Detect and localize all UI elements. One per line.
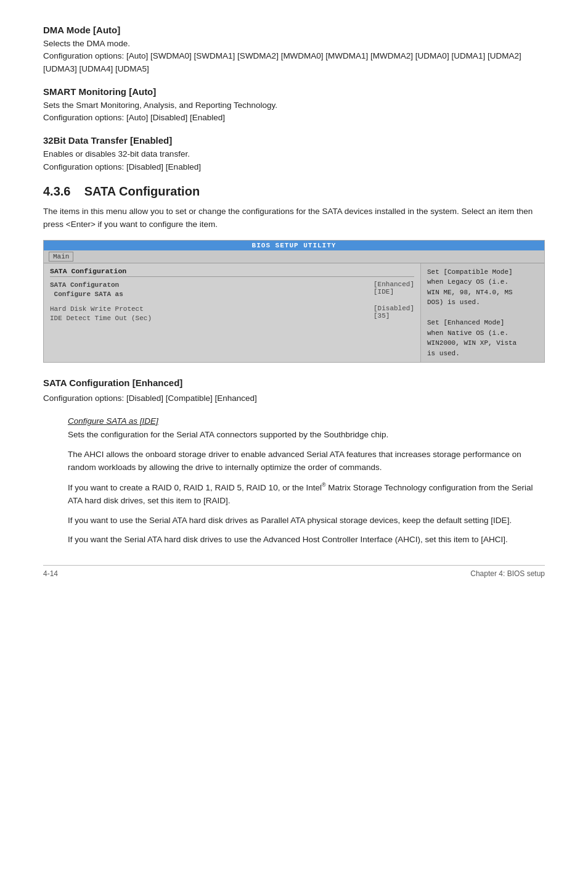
configure-sata-link: Configure SATA as [IDE] bbox=[68, 416, 545, 426]
bios-row-1: Hard Disk Write ProtectIDE Detect Time O… bbox=[50, 305, 414, 324]
main-section-number: 4.3.6 bbox=[43, 184, 70, 198]
bios-screenshot-box: BIOS SETUP UTILITY Main SATA Configurati… bbox=[43, 240, 545, 363]
configure-sata-p3: If you want to use the Serial ATA hard d… bbox=[68, 514, 545, 527]
dma-mode-heading: DMA Mode [Auto] bbox=[43, 25, 545, 35]
smart-monitoring-line2: Configuration options: [Auto] [Disabled]… bbox=[43, 113, 225, 122]
post-bios-content: SATA Configuration [Enhanced] Configurat… bbox=[43, 377, 545, 546]
32bit-line2: Configuration options: [Disabled] [Enabl… bbox=[43, 162, 201, 171]
bios-row-0: SATA Configuraton Configure SATA as [Enh… bbox=[50, 281, 414, 300]
bios-right-panel: Set [Compatible Mode] when Legacy OS (i.… bbox=[421, 263, 544, 363]
sata-config-enhanced-heading: SATA Configuration [Enhanced] bbox=[43, 377, 545, 388]
footer-left: 4-14 bbox=[43, 569, 58, 578]
configure-sata-p2: If you want to create a RAID 0, RAID 1, … bbox=[68, 481, 545, 508]
bios-nav-bar: Main bbox=[44, 250, 544, 263]
bios-help-text: Set [Compatible Mode] when Legacy OS (i.… bbox=[427, 268, 517, 357]
configure-sata-p4: If you want the Serial ATA hard disk dri… bbox=[68, 533, 545, 547]
bios-nav-main: Main bbox=[49, 252, 73, 262]
configure-sata-block: Configure SATA as [IDE] Sets the configu… bbox=[43, 416, 545, 547]
main-section-intro: The items in this menu allow you to set … bbox=[43, 205, 545, 231]
dma-mode-section: DMA Mode [Auto] Selects the DMA mode. Co… bbox=[43, 25, 545, 75]
dma-mode-text: Selects the DMA mode. Configuration opti… bbox=[43, 38, 545, 75]
32bit-text: Enables or disables 32-bit data transfer… bbox=[43, 148, 545, 173]
footer: 4-14 Chapter 4: BIOS setup bbox=[43, 565, 545, 578]
bios-label-1: Hard Disk Write ProtectIDE Detect Time O… bbox=[50, 305, 152, 324]
smart-monitoring-heading: SMART Monitoring [Auto] bbox=[43, 86, 545, 97]
dma-mode-line1: Selects the DMA mode. bbox=[43, 39, 130, 48]
32bit-section: 32Bit Data Transfer [Enabled] Enables or… bbox=[43, 135, 545, 173]
bios-label-0: SATA Configuraton Configure SATA as bbox=[50, 281, 123, 300]
smart-monitoring-line1: Sets the Smart Monitoring, Analysis, and… bbox=[43, 101, 277, 110]
sata-config-enhanced-section: SATA Configuration [Enhanced] Configurat… bbox=[43, 377, 545, 405]
32bit-line1: Enables or disables 32-bit data transfer… bbox=[43, 149, 190, 159]
top-sections: DMA Mode [Auto] Selects the DMA mode. Co… bbox=[43, 25, 545, 173]
smart-monitoring-section: SMART Monitoring [Auto] Sets the Smart M… bbox=[43, 86, 545, 125]
main-section-title: SATA Configuration bbox=[84, 184, 200, 198]
bios-value-1: [Disabled][35] bbox=[374, 305, 414, 324]
bios-left-panel: SATA Configuration SATA Configuraton Con… bbox=[44, 263, 421, 363]
footer-right: Chapter 4: BIOS setup bbox=[470, 569, 545, 578]
32bit-heading: 32Bit Data Transfer [Enabled] bbox=[43, 135, 545, 146]
main-heading: 4.3.6 SATA Configuration bbox=[43, 184, 545, 199]
bios-content: SATA Configuration SATA Configuraton Con… bbox=[44, 263, 544, 363]
bios-value-0: [Enhanced][IDE] bbox=[374, 281, 414, 300]
smart-monitoring-text: Sets the Smart Monitoring, Analysis, and… bbox=[43, 99, 545, 125]
configure-sata-p1: The AHCI allows the onboard storage driv… bbox=[68, 448, 545, 474]
configure-sata-p0: Sets the configuration for the Serial AT… bbox=[68, 428, 545, 442]
bios-title-bar: BIOS SETUP UTILITY bbox=[44, 241, 544, 250]
dma-mode-line2: Configuration options: [Auto] [SWDMA0] [… bbox=[43, 51, 521, 73]
main-section: 4.3.6 SATA Configuration The items in th… bbox=[43, 184, 545, 231]
bios-section-title: SATA Configuration bbox=[50, 267, 414, 277]
sata-config-enhanced-text: Configuration options: [Disabled] [Compa… bbox=[43, 392, 545, 405]
